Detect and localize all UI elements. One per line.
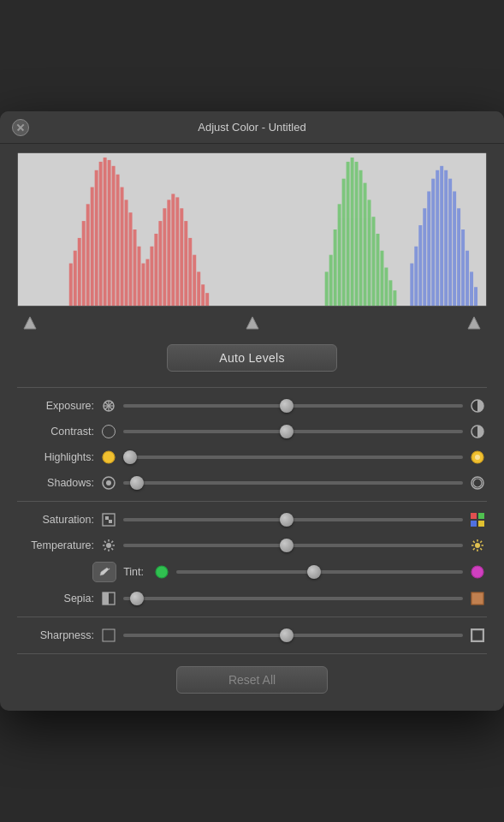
- svg-rect-31: [197, 271, 200, 306]
- exposure-icon-left: [99, 396, 118, 415]
- svg-rect-59: [444, 170, 448, 306]
- tint-slider[interactable]: [176, 570, 463, 574]
- histogram-svg: [18, 153, 486, 306]
- svg-rect-39: [347, 162, 350, 306]
- svg-rect-15: [129, 212, 133, 306]
- svg-rect-28: [184, 221, 187, 306]
- exposure-thumb[interactable]: [280, 399, 294, 413]
- svg-point-83: [473, 479, 482, 487]
- svg-rect-60: [448, 179, 452, 306]
- svg-rect-43: [364, 183, 367, 306]
- svg-rect-65: [470, 271, 473, 306]
- svg-rect-90: [478, 521, 484, 527]
- svg-rect-85: [105, 516, 109, 520]
- sepia-slider[interactable]: [123, 597, 463, 600]
- reset-all-button[interactable]: Reset All: [176, 666, 328, 694]
- sharpness-thumb[interactable]: [280, 628, 294, 642]
- svg-rect-88: [478, 513, 484, 519]
- contrast-label: Contrast:: [17, 426, 94, 438]
- highlights-thumb[interactable]: [123, 450, 137, 464]
- eyedropper-button[interactable]: [92, 562, 116, 582]
- svg-rect-52: [414, 247, 418, 306]
- sharpness-row: Sharpness:: [17, 626, 487, 645]
- svg-rect-58: [440, 166, 443, 306]
- svg-rect-64: [465, 251, 469, 306]
- sepia-thumb[interactable]: [130, 592, 144, 605]
- svg-rect-16: [133, 229, 137, 306]
- sharpness-icon-right: [468, 626, 487, 645]
- svg-rect-1: [69, 264, 73, 306]
- svg-rect-2: [74, 251, 77, 306]
- svg-rect-18: [141, 264, 145, 306]
- level-handle-left[interactable]: [21, 313, 39, 332]
- svg-line-109: [109, 569, 110, 569]
- tint-icon-left: [152, 563, 171, 581]
- sharpness-icon-left: [99, 626, 118, 645]
- svg-rect-27: [180, 208, 183, 306]
- sepia-label: Sepia:: [17, 593, 94, 605]
- saturation-label: Saturation:: [17, 514, 94, 526]
- svg-rect-116: [471, 629, 483, 641]
- level-handles-row: [17, 313, 487, 332]
- titlebar: Adjust Color - Untitled: [0, 111, 504, 144]
- level-handle-right[interactable]: [465, 313, 483, 332]
- svg-marker-67: [24, 317, 36, 329]
- svg-line-105: [473, 541, 475, 543]
- tint-thumb[interactable]: [307, 565, 321, 579]
- svg-rect-56: [431, 179, 435, 306]
- exposure-slider[interactable]: [123, 404, 463, 408]
- temperature-label: Temperature:: [17, 539, 94, 551]
- svg-rect-3: [78, 238, 81, 306]
- shadows-row: Shadows:: [17, 474, 487, 492]
- svg-rect-8: [99, 162, 103, 306]
- svg-rect-61: [453, 192, 456, 307]
- svg-rect-25: [171, 194, 175, 306]
- highlights-slider[interactable]: [123, 456, 463, 459]
- highlights-row: Highlights:: [17, 448, 487, 467]
- svg-rect-89: [471, 521, 477, 527]
- level-handle-mid[interactable]: [243, 313, 262, 332]
- highlights-label: Highlights:: [17, 451, 94, 463]
- contrast-slider[interactable]: [123, 430, 463, 433]
- svg-rect-22: [158, 221, 162, 306]
- tint-row: Tint:: [17, 562, 487, 582]
- auto-levels-button[interactable]: Auto Levels: [167, 344, 336, 372]
- svg-rect-37: [338, 204, 341, 306]
- sharpness-slider[interactable]: [123, 634, 463, 637]
- highlights-icon-left: [99, 448, 118, 467]
- divider-2: [17, 501, 487, 502]
- exposure-icon-right: [468, 396, 487, 415]
- temperature-thumb[interactable]: [280, 539, 294, 552]
- shadows-slider[interactable]: [123, 481, 463, 485]
- shadows-thumb[interactable]: [130, 476, 144, 490]
- svg-point-111: [471, 566, 483, 578]
- divider-1: [17, 387, 487, 388]
- contrast-icon-right: [468, 422, 487, 441]
- highlights-icon-right: [468, 448, 487, 467]
- svg-rect-33: [205, 293, 209, 306]
- saturation-thumb[interactable]: [280, 513, 294, 527]
- level-left-icon: [21, 314, 39, 331]
- divider-3: [17, 616, 487, 617]
- svg-rect-5: [86, 204, 90, 306]
- temperature-icon-left: [99, 536, 118, 555]
- adjust-color-window: Adjust Color - Untitled: [0, 111, 504, 711]
- svg-rect-11: [112, 166, 116, 306]
- shadows-label: Shadows:: [17, 477, 94, 489]
- svg-line-98: [111, 541, 113, 543]
- svg-rect-44: [368, 200, 371, 306]
- svg-rect-114: [471, 593, 483, 605]
- temperature-slider[interactable]: [123, 544, 463, 547]
- svg-rect-14: [125, 200, 128, 306]
- svg-rect-4: [82, 221, 86, 306]
- svg-line-106: [480, 548, 482, 550]
- contrast-thumb[interactable]: [280, 425, 294, 438]
- svg-rect-10: [108, 160, 111, 306]
- saturation-row: Saturation:: [17, 510, 487, 529]
- histogram: [17, 152, 487, 307]
- tint-label-text: Tint:: [122, 566, 144, 578]
- saturation-slider[interactable]: [123, 518, 463, 521]
- sepia-icon-left: [99, 589, 118, 608]
- svg-point-81: [106, 480, 111, 485]
- close-button[interactable]: [12, 119, 29, 136]
